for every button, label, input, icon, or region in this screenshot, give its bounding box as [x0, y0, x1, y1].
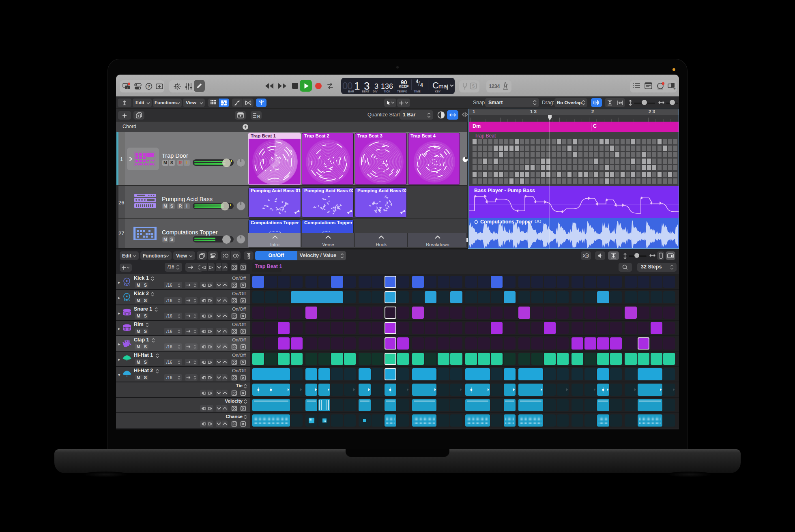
svg-text:♪: ♪: [674, 87, 676, 90]
svg-text:R: R: [586, 254, 588, 258]
svg-text:?: ?: [148, 84, 150, 89]
svg-text:S: S: [472, 84, 475, 88]
svg-text:♪: ♪: [127, 86, 128, 89]
svg-text:R: R: [257, 114, 260, 118]
